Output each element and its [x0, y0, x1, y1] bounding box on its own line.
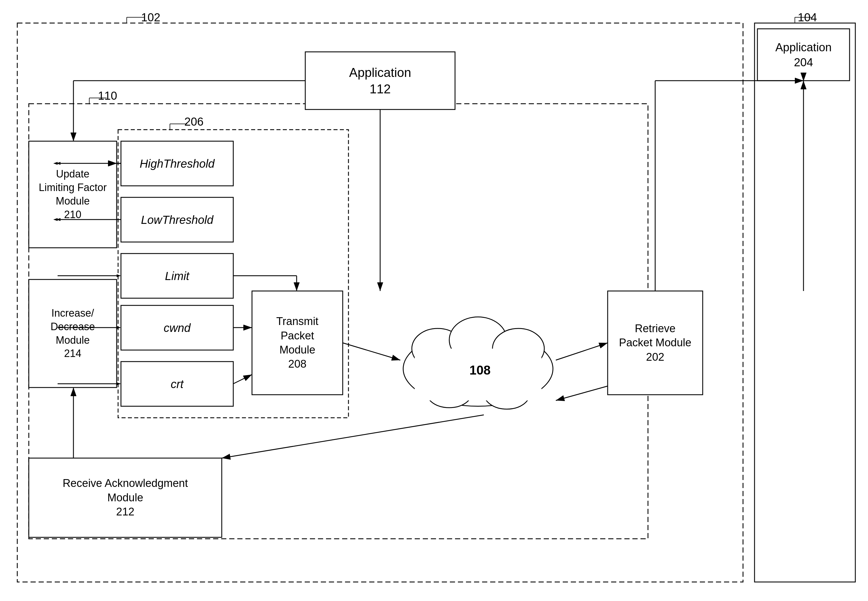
- app-112-box: Application112: [305, 52, 455, 110]
- svg-marker-49: [117, 326, 121, 329]
- svg-point-32: [484, 377, 530, 409]
- crt-label: crt: [171, 377, 183, 392]
- retrieve-202-box: RetrievePacket Module202: [608, 291, 703, 395]
- ref-102: 102: [141, 11, 160, 24]
- cwnd-box: cwnd: [121, 305, 233, 350]
- receive-ack-212-label: Receive AcknowledgmentModule212: [62, 476, 188, 519]
- retrieve-202-label: RetrievePacket Module202: [619, 322, 691, 364]
- svg-line-57: [556, 343, 608, 360]
- svg-line-53: [233, 375, 252, 384]
- svg-line-56: [343, 343, 400, 360]
- cwnd-label: cwnd: [164, 320, 190, 336]
- update-module-210-label: UpdateLimiting FactorModule210: [39, 168, 107, 221]
- limit-label: Limit: [165, 268, 189, 284]
- svg-rect-4: [755, 23, 855, 582]
- svg-marker-51: [117, 382, 121, 385]
- receive-ack-212-box: Receive AcknowledgmentModule212: [29, 458, 222, 537]
- app-112-label: Application112: [349, 64, 411, 97]
- svg-point-28: [412, 328, 464, 369]
- increase-decrease-214-box: Increase/DecreaseModule214: [29, 279, 117, 387]
- increase-decrease-214-label: Increase/DecreaseModule214: [50, 307, 95, 360]
- transmit-208-label: TransmitPacketModule208: [276, 314, 318, 371]
- app-204-box: Application204: [757, 29, 850, 81]
- svg-point-29: [449, 317, 507, 363]
- low-threshold-label: LowThreshold: [141, 212, 213, 227]
- app-204-label: Application204: [775, 40, 832, 70]
- high-threshold-box: HighThreshold: [121, 141, 233, 186]
- ref-104: 104: [798, 11, 817, 24]
- ref-108: 108: [469, 363, 490, 377]
- low-threshold-box: LowThreshold: [121, 197, 233, 242]
- crt-box: crt: [121, 362, 233, 406]
- svg-point-31: [426, 376, 472, 408]
- transmit-208-box: TransmitPacketModule208: [252, 291, 343, 395]
- svg-point-30: [492, 328, 544, 369]
- update-module-210-box: UpdateLimiting FactorModule210: [29, 141, 117, 248]
- limit-box: Limit: [121, 253, 233, 298]
- svg-line-65: [556, 386, 608, 400]
- high-threshold-label: HighThreshold: [140, 156, 215, 171]
- svg-line-63: [222, 415, 484, 458]
- svg-marker-47: [117, 274, 121, 277]
- ref-110: 110: [98, 89, 117, 102]
- ref-206: 206: [184, 115, 204, 128]
- diagram: 102 104 110 206 Application112 Applicati…: [0, 0, 868, 601]
